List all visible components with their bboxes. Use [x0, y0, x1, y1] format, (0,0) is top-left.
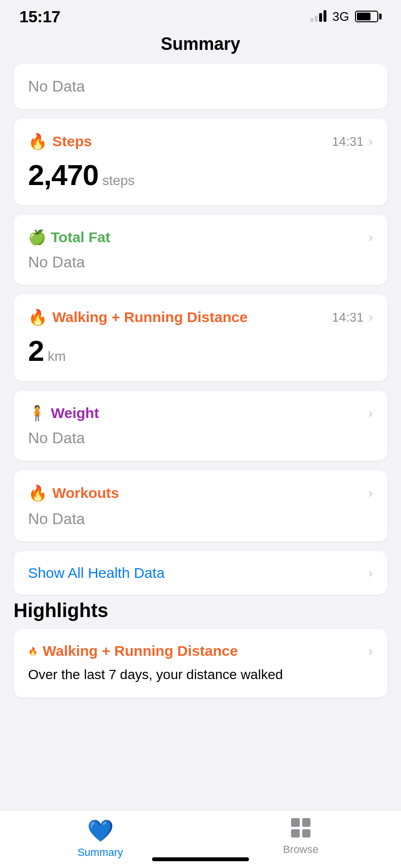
- network-label: 3G: [332, 9, 349, 24]
- weight-title: Weight: [51, 405, 99, 421]
- walking-running-card[interactable]: 🔥 Walking + Running Distance 14:31 › 2 k…: [14, 294, 387, 381]
- steps-chevron: ›: [369, 134, 373, 149]
- total-fat-title: Total Fat: [51, 229, 110, 246]
- weight-title-row: 🧍 Weight: [28, 404, 99, 421]
- no-data-top-card: No Data: [14, 64, 387, 109]
- no-data-top-value: No Data: [28, 78, 85, 95]
- total-fat-chevron: ›: [369, 230, 373, 245]
- highlight-title-text: Walking + Running Distance: [43, 643, 238, 659]
- heart-icon: 💙: [87, 818, 114, 843]
- workouts-flame-icon: 🔥: [28, 484, 47, 502]
- apple-icon: 🍏: [28, 229, 46, 246]
- highlights-section-title: Highlights: [0, 600, 401, 621]
- status-bar: 15:17 3G: [0, 0, 401, 29]
- status-icons: 3G: [310, 9, 382, 24]
- grid-icon: [291, 818, 310, 837]
- walking-title: Walking + Running Distance: [52, 309, 247, 326]
- workouts-value: No Data: [28, 510, 85, 527]
- nav-header: Summary: [0, 29, 401, 64]
- total-fat-value: No Data: [28, 253, 85, 271]
- walking-title-row: 🔥 Walking + Running Distance: [28, 308, 247, 326]
- steps-card[interactable]: 🔥 Steps 14:31 › 2,470 steps: [14, 119, 387, 205]
- walking-meta: 14:31 ›: [332, 310, 373, 325]
- weight-figure-icon: 🧍: [28, 404, 46, 421]
- home-indicator: [152, 857, 249, 861]
- walking-flame-icon: 🔥: [28, 308, 47, 326]
- steps-title: Steps: [52, 133, 92, 150]
- tab-summary[interactable]: 💙 Summary: [0, 818, 200, 859]
- highlights-card[interactable]: 🔥 Walking + Running Distance › Over the …: [14, 629, 387, 698]
- workouts-chevron: ›: [369, 485, 373, 501]
- total-fat-title-row: 🍏 Total Fat: [28, 229, 110, 246]
- signal-icon: [310, 11, 326, 22]
- workouts-card[interactable]: 🔥 Workouts › No Data: [14, 470, 387, 542]
- highlight-chevron: ›: [369, 643, 373, 659]
- walking-chevron: ›: [369, 310, 373, 325]
- scroll-content: No Data 🔥 Steps 14:31 › 2,470 steps 🍏 To…: [0, 64, 401, 595]
- steps-meta: 14:31 ›: [332, 134, 373, 149]
- workouts-title-row: 🔥 Workouts: [28, 484, 119, 502]
- workouts-title: Workouts: [52, 485, 119, 501]
- steps-timestamp: 14:31: [332, 134, 364, 149]
- page-title: Summary: [0, 34, 401, 54]
- tab-browse[interactable]: Browse: [200, 818, 401, 856]
- highlight-title-row: 🔥 Walking + Running Distance: [28, 643, 238, 659]
- walking-value: 2: [28, 334, 44, 368]
- tab-summary-label: Summary: [77, 846, 123, 859]
- weight-value: No Data: [28, 429, 85, 447]
- walking-timestamp: 14:31: [332, 310, 364, 325]
- total-fat-card[interactable]: 🍏 Total Fat › No Data: [14, 215, 387, 285]
- show-all-health-data-button[interactable]: Show All Health Data ›: [14, 551, 387, 595]
- walking-value-row: 2 km: [28, 334, 373, 368]
- highlights-container: 🔥 Walking + Running Distance › Over the …: [0, 629, 401, 698]
- steps-flame-icon: 🔥: [28, 132, 47, 151]
- steps-unit: steps: [102, 173, 135, 188]
- highlight-description: Over the last 7 days, your distance walk…: [28, 667, 283, 682]
- steps-value: 2,470: [28, 158, 98, 192]
- walking-unit: km: [47, 349, 65, 364]
- highlight-flame-icon: 🔥: [28, 647, 38, 656]
- show-all-chevron: ›: [369, 565, 373, 581]
- tab-browse-label: Browse: [283, 843, 318, 856]
- show-all-label: Show All Health Data: [28, 565, 165, 581]
- steps-title-row: 🔥 Steps: [28, 132, 92, 151]
- status-time: 15:17: [19, 7, 60, 26]
- weight-chevron: ›: [369, 405, 373, 421]
- battery-icon: [355, 11, 382, 22]
- steps-value-row: 2,470 steps: [28, 158, 373, 192]
- weight-card[interactable]: 🧍 Weight › No Data: [14, 391, 387, 461]
